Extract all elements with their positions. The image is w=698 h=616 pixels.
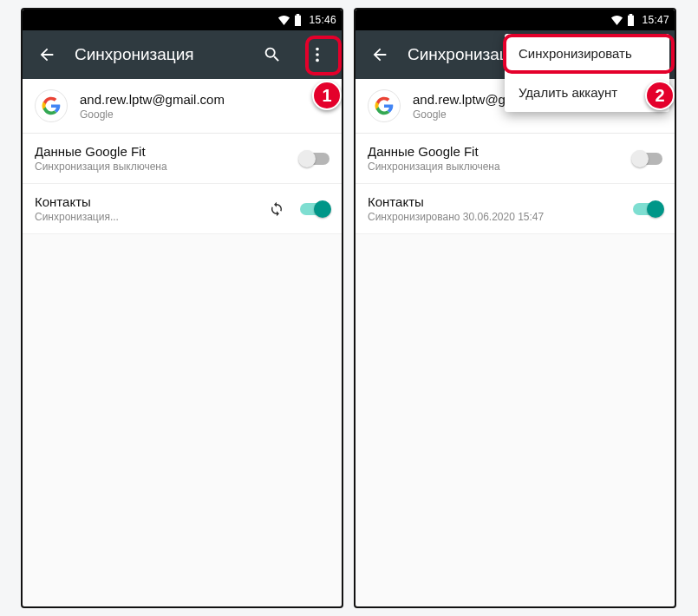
search-button[interactable] bbox=[255, 37, 290, 72]
overflow-popup-menu: Синхронизировать Удалить аккаунт bbox=[505, 34, 669, 112]
google-logo-icon bbox=[368, 89, 401, 122]
sync-item-title: Контакты bbox=[35, 194, 260, 209]
status-bar: 15:47 bbox=[356, 10, 675, 30]
sync-item-contacts[interactable]: Контакты Синхронизация... bbox=[23, 184, 342, 234]
svg-point-1 bbox=[316, 53, 319, 56]
account-provider: Google bbox=[80, 108, 225, 121]
battery-icon bbox=[294, 14, 302, 26]
status-time: 15:47 bbox=[642, 14, 669, 26]
overflow-menu-button[interactable] bbox=[300, 37, 335, 72]
account-header[interactable]: and.rew.lptw@gmail.com Google bbox=[23, 79, 342, 134]
status-bar: 15:46 bbox=[23, 10, 342, 30]
sync-toggle[interactable] bbox=[633, 153, 662, 165]
sync-toggle[interactable] bbox=[300, 203, 329, 215]
sync-item-google-fit[interactable]: Данные Google Fit Синхронизация выключен… bbox=[23, 134, 342, 184]
sync-item-title: Контакты bbox=[368, 194, 624, 209]
wifi-icon bbox=[277, 15, 290, 25]
wifi-icon bbox=[610, 15, 623, 25]
account-email: and.rew.lptw@gmail.com bbox=[80, 92, 225, 107]
status-time: 15:46 bbox=[309, 14, 336, 26]
svg-point-2 bbox=[316, 59, 319, 62]
menu-item-sync-now[interactable]: Синхронизировать bbox=[505, 34, 669, 73]
sync-toggle[interactable] bbox=[300, 153, 329, 165]
sync-item-sub: Синхронизация выключена bbox=[35, 161, 291, 173]
sync-item-contacts[interactable]: Контакты Синхронизировано 30.06.2020 15:… bbox=[356, 184, 675, 234]
sync-item-title: Данные Google Fit bbox=[35, 144, 291, 159]
app-bar: Синхронизация bbox=[23, 30, 342, 79]
battery-icon bbox=[627, 14, 635, 26]
sync-item-google-fit[interactable]: Данные Google Fit Синхронизация выключен… bbox=[356, 134, 675, 184]
annotation-badge-2: 2 bbox=[645, 81, 675, 110]
phone-screenshot-left: 15:46 Синхронизация and.rew.lptw@gmail.c… bbox=[21, 8, 343, 608]
sync-in-progress-icon bbox=[269, 201, 284, 217]
sync-item-title: Данные Google Fit bbox=[368, 144, 624, 159]
sync-item-sub: Синхронизация выключена bbox=[368, 161, 624, 173]
annotation-badge-1: 1 bbox=[312, 81, 342, 110]
page-title: Синхронизация bbox=[75, 45, 245, 64]
svg-point-0 bbox=[316, 48, 319, 51]
sync-item-sub: Синхронизация... bbox=[35, 211, 260, 223]
back-button[interactable] bbox=[29, 37, 64, 72]
google-logo-icon bbox=[35, 89, 68, 122]
sync-item-sub: Синхронизировано 30.06.2020 15:47 bbox=[368, 211, 624, 223]
sync-toggle[interactable] bbox=[633, 203, 662, 215]
phone-screenshot-right: 15:47 Синхронизация and.rew.lptw@gmail.c… bbox=[354, 8, 676, 608]
back-button[interactable] bbox=[362, 37, 397, 72]
